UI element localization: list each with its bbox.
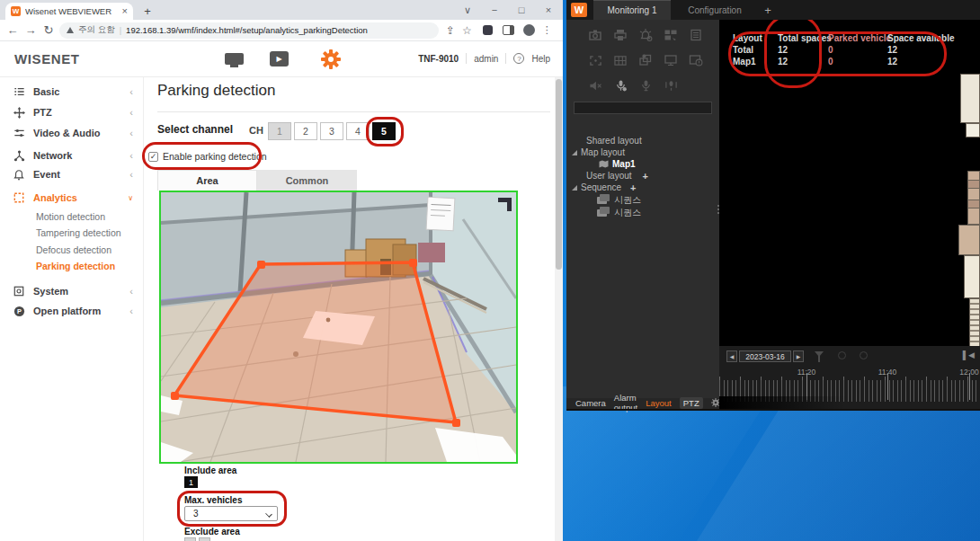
open-platform-icon: P bbox=[13, 306, 25, 317]
filter-funnel-icon[interactable] bbox=[815, 351, 824, 357]
exclude-area-button[interactable] bbox=[199, 537, 210, 541]
date-prev-icon[interactable]: ◀ bbox=[726, 350, 737, 362]
tree-label: 시퀀스 bbox=[614, 194, 641, 207]
setup-gear-icon[interactable] bbox=[320, 49, 342, 70]
sidebar-item-video-audio[interactable]: Video & Audio ‹ bbox=[0, 124, 144, 142]
tab-configuration[interactable]: Configuration bbox=[671, 0, 759, 20]
sidebar-label: Network bbox=[33, 150, 121, 161]
playback-icon[interactable]: ▶ bbox=[270, 51, 289, 67]
sidebar-item-network[interactable]: Network ‹ bbox=[0, 146, 144, 164]
extension-icon[interactable] bbox=[483, 25, 493, 35]
tab-common[interactable]: Common bbox=[257, 170, 357, 191]
side-panel-icon[interactable] bbox=[503, 25, 514, 35]
snapshot-icon[interactable] bbox=[586, 27, 604, 43]
maximize-button[interactable]: □ bbox=[509, 0, 534, 20]
tab-camera[interactable]: Camera bbox=[575, 398, 606, 408]
tab-search-icon[interactable]: ∨ bbox=[455, 0, 480, 20]
tree-item-user-layout[interactable]: User layout + bbox=[586, 170, 648, 182]
sidebar-item-open-platform[interactable]: P Open platform ‹ bbox=[0, 302, 144, 320]
osd-info-icon[interactable] bbox=[687, 52, 705, 68]
mic-broadcast-icon[interactable] bbox=[662, 77, 680, 93]
browser-tab[interactable]: W Wisenet WEBVIEWER × bbox=[5, 3, 133, 20]
timeline-fade bbox=[719, 396, 845, 409]
add-user-layout-button[interactable]: + bbox=[643, 171, 648, 182]
exclude-area-button[interactable] bbox=[184, 537, 196, 541]
share-icon[interactable]: ⇪ bbox=[446, 24, 455, 37]
parking-status-table: Layout Total spaces Parked vehicle Space… bbox=[733, 33, 947, 68]
split-grid-icon[interactable] bbox=[611, 52, 629, 68]
add-tab-button[interactable]: + bbox=[761, 3, 775, 17]
mic-icon[interactable] bbox=[637, 77, 655, 93]
scrollbar-thumb[interactable] bbox=[556, 79, 562, 270]
tree-item-map1[interactable]: Map1 bbox=[599, 158, 636, 170]
expanded-arrow-icon[interactable] bbox=[572, 150, 577, 155]
tab-close-icon[interactable]: × bbox=[122, 6, 128, 16]
forward-icon[interactable]: → bbox=[22, 23, 40, 37]
sidebar-item-ptz[interactable]: PTZ ‹ bbox=[0, 103, 144, 121]
help-label[interactable]: Help bbox=[531, 54, 550, 64]
enable-parking-detection-row[interactable]: ✓ Enable parking detection bbox=[148, 151, 267, 162]
timeline-option-icon[interactable] bbox=[838, 351, 846, 359]
event-list-icon[interactable] bbox=[687, 27, 705, 43]
profile-avatar[interactable] bbox=[523, 24, 535, 36]
tab-layout-active[interactable]: Layout bbox=[646, 398, 672, 408]
max-vehicles-select[interactable]: 3 bbox=[184, 506, 278, 521]
mic-settings-icon[interactable] bbox=[611, 77, 629, 93]
sidebar-item-system[interactable]: System ‹ bbox=[0, 282, 144, 300]
wisenet-w-logo: W bbox=[571, 3, 587, 17]
fullscreen-corner-icon[interactable] bbox=[497, 198, 512, 212]
minimize-button[interactable]: − bbox=[482, 0, 507, 20]
sidebar-item-analytics[interactable]: Analytics ∨ bbox=[0, 189, 144, 207]
tab-area[interactable]: Area bbox=[157, 170, 257, 191]
map-view-area[interactable]: Layout Total spaces Parked vehicle Space… bbox=[719, 20, 980, 346]
help-icon[interactable]: ? bbox=[513, 53, 524, 64]
scrollbar-track[interactable] bbox=[555, 77, 563, 541]
tree-item-sequence-2[interactable]: 시퀀스 bbox=[597, 207, 641, 218]
page-title: Parking detection bbox=[157, 82, 275, 100]
monitor-icon[interactable] bbox=[662, 52, 680, 68]
sidebar-item-parking-detection[interactable]: Parking detection bbox=[36, 261, 115, 271]
tree-item-sequence-1[interactable]: 시퀀스 bbox=[597, 194, 641, 206]
change-layout-icon[interactable] bbox=[662, 27, 680, 43]
tree-item-map-layout[interactable]: Map layout bbox=[572, 146, 625, 158]
tab-ptz[interactable]: PTZ bbox=[680, 397, 703, 409]
channel-button-1[interactable]: 1 bbox=[268, 122, 291, 140]
sidebar-item-tampering-detection[interactable]: Tampering detection bbox=[36, 227, 121, 238]
skip-to-start-icon[interactable]: ▌◀ bbox=[963, 350, 975, 359]
channel-button-5-selected[interactable]: 5 bbox=[372, 122, 396, 140]
new-tab-button[interactable]: + bbox=[139, 4, 156, 18]
url-field[interactable]: 주의 요함 | 192.168.1.39/wmf/index.html#/set… bbox=[59, 22, 439, 39]
sidebar-item-basic[interactable]: Basic ‹ bbox=[0, 83, 144, 101]
close-button[interactable]: × bbox=[536, 0, 561, 20]
date-display[interactable]: 2023-03-16 bbox=[739, 350, 791, 362]
expanded-arrow-icon[interactable] bbox=[572, 185, 577, 191]
fullscreen-icon[interactable] bbox=[586, 52, 604, 68]
timeline-sync-icon[interactable] bbox=[860, 351, 868, 359]
tree-item-sequence[interactable]: Sequence + bbox=[572, 182, 636, 193]
system-icon bbox=[13, 286, 25, 297]
sidebar-item-motion-detection[interactable]: Motion detection bbox=[36, 211, 105, 222]
browser-menu-icon[interactable]: ⋮ bbox=[542, 24, 552, 36]
print-icon[interactable] bbox=[611, 27, 629, 43]
channel-button-2[interactable]: 2 bbox=[294, 122, 317, 140]
reload-icon[interactable]: ↻ bbox=[40, 23, 58, 37]
tree-item-shared-layout[interactable]: Shared layout bbox=[586, 135, 642, 146]
bookmark-star-icon[interactable]: ☆ bbox=[462, 24, 472, 37]
camera-preview[interactable] bbox=[159, 191, 518, 464]
channel-button-4[interactable]: 4 bbox=[346, 122, 370, 140]
capture-layers-icon[interactable] bbox=[637, 52, 655, 68]
alarm-event-icon[interactable] bbox=[637, 27, 655, 43]
date-next-icon[interactable]: ▶ bbox=[793, 350, 804, 362]
enable-checkbox[interactable]: ✓ bbox=[148, 152, 158, 162]
sidebar-item-defocus-detection[interactable]: Defocus detection bbox=[36, 244, 111, 255]
logged-in-user[interactable]: admin bbox=[474, 54, 498, 64]
add-sequence-button[interactable]: + bbox=[630, 182, 636, 193]
channel-button-3[interactable]: 3 bbox=[320, 122, 343, 140]
sidebar-item-event[interactable]: Event ‹ bbox=[0, 165, 144, 183]
layout-search-input[interactable] bbox=[574, 102, 712, 114]
tab-monitoring-1[interactable]: Monitoring 1 bbox=[593, 0, 671, 20]
back-icon[interactable]: ← bbox=[4, 23, 22, 37]
include-area-1-button[interactable]: 1 bbox=[184, 476, 198, 488]
live-monitor-icon[interactable] bbox=[225, 53, 244, 65]
speaker-muted-icon[interactable] bbox=[586, 77, 604, 93]
